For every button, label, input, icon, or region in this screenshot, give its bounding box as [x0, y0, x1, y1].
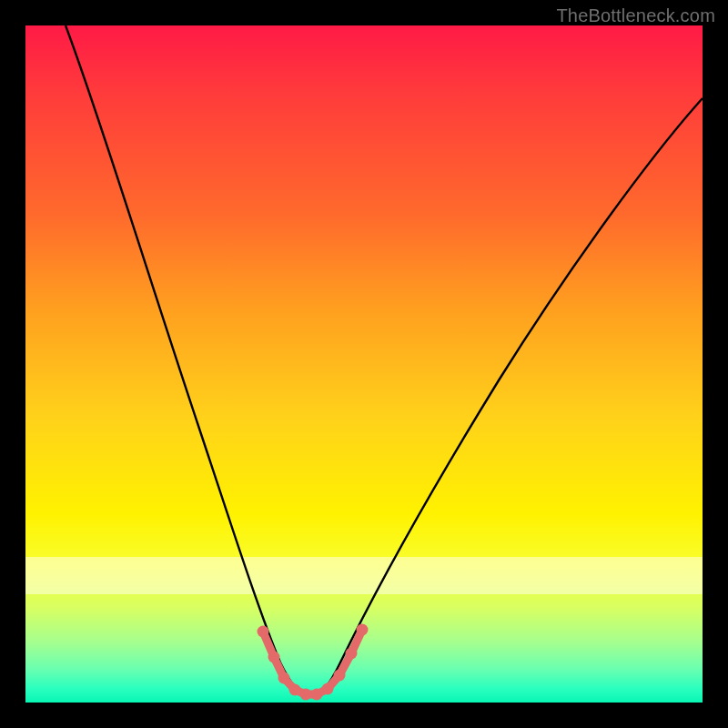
svg-point-7 [334, 670, 346, 682]
bottleneck-curve [66, 25, 703, 694]
svg-point-8 [346, 648, 358, 660]
marker-dots [258, 624, 369, 701]
svg-point-5 [311, 689, 323, 701]
svg-point-0 [258, 626, 269, 638]
svg-point-1 [268, 652, 280, 663]
curve-layer [25, 25, 703, 703]
svg-point-2 [278, 672, 290, 684]
plot-area [25, 25, 703, 703]
svg-point-3 [289, 684, 301, 696]
svg-point-4 [300, 689, 312, 701]
watermark-text: TheBottleneck.com [556, 5, 715, 26]
marker-band-line [263, 630, 362, 694]
chart-frame: TheBottleneck.com [0, 0, 728, 728]
svg-point-9 [357, 624, 369, 636]
svg-point-6 [322, 683, 334, 695]
